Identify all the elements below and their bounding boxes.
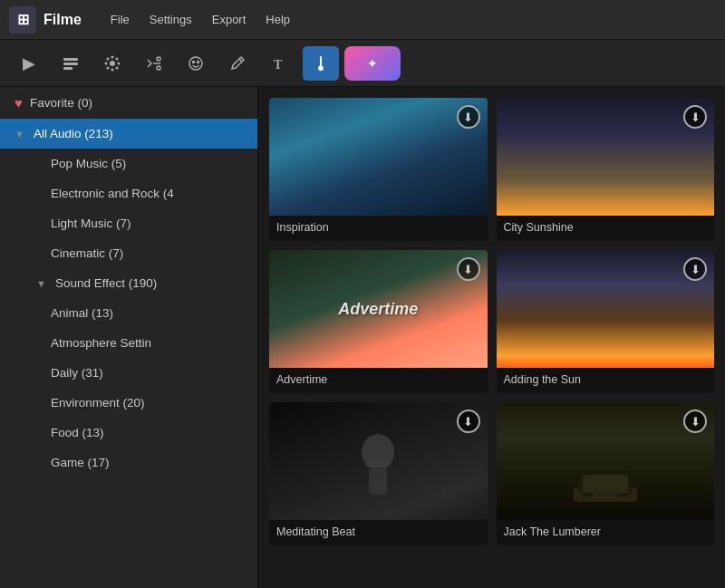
svg-point-19	[362, 434, 394, 470]
svg-rect-0	[63, 58, 78, 61]
chevron-down-icon: ▼	[14, 129, 24, 140]
media-card-inspiration[interactable]: ⬇ Inspiration	[269, 98, 488, 241]
text-tool-button[interactable]: T	[261, 46, 297, 81]
heart-icon: ♥	[14, 95, 23, 111]
thumb-inspiration: ⬇	[269, 98, 488, 216]
transitions-tool-button[interactable]	[136, 46, 172, 81]
thumb-city-sunshine: ⬇	[497, 98, 715, 216]
jack-lumberer-label: Jack The Lumberer	[497, 520, 715, 545]
svg-text:T: T	[274, 58, 283, 72]
app-name: Filme	[44, 12, 82, 28]
download-jack-lumberer-button[interactable]: ⬇	[683, 410, 707, 433]
adding-sun-label: Adding the Sun	[497, 368, 715, 393]
svg-rect-20	[369, 468, 387, 495]
svg-point-9	[116, 66, 119, 69]
download-meditating-button[interactable]: ⬇	[457, 410, 480, 433]
edit-tool-button[interactable]	[219, 46, 256, 81]
sidebar-item-atmosphere[interactable]: Atmosphere Settin	[0, 328, 257, 358]
sidebar-item-light-music[interactable]: Light Music (7)	[0, 208, 257, 238]
effects-tool-button[interactable]	[94, 46, 130, 81]
svg-rect-1	[63, 63, 78, 65]
svg-point-5	[111, 68, 114, 71]
menu-bar: File Settings Export Help	[109, 9, 292, 30]
sidebar-item-food[interactable]: Food (13)	[0, 418, 257, 448]
city-sunshine-label: City Sunshine	[497, 216, 715, 241]
sidebar-item-cinematic[interactable]: Cinematic (7)	[0, 238, 257, 268]
menu-help[interactable]: Help	[264, 9, 292, 30]
title-bar: ⊞ Filme File Settings Export Help	[0, 0, 725, 40]
svg-point-3	[110, 61, 115, 66]
sidebar-item-all-audio[interactable]: ▼ All Audio (213)	[0, 119, 257, 149]
sidebar-item-sound-effect[interactable]: ▼ Sound Effect (190)	[0, 268, 257, 298]
favorite-label: Favorite (0)	[30, 96, 92, 110]
toolbar: ▶ T ✦	[0, 40, 725, 87]
svg-point-6	[105, 62, 108, 64]
svg-point-18	[319, 66, 323, 70]
sidebar-item-daily[interactable]: Daily (31)	[0, 358, 257, 388]
video-tool-button[interactable]: ▶	[11, 46, 47, 81]
download-city-sunshine-button[interactable]: ⬇	[683, 105, 707, 129]
svg-point-10	[107, 66, 110, 69]
media-card-jack-lumberer[interactable]: ⬇ Jack The Lumberer	[497, 402, 715, 545]
media-card-city-sunshine[interactable]: ⬇ City Sunshine	[497, 98, 715, 241]
atmosphere-label: Atmosphere Settin	[51, 336, 151, 350]
audio-tool-button[interactable]	[303, 46, 339, 81]
sidebar-item-environment[interactable]: Environment (20)	[0, 388, 257, 418]
media-grid: ⬇ Inspiration ⬇ City Sunshine Advertime …	[269, 98, 714, 545]
sidebar-item-animal[interactable]: Animal (13)	[0, 298, 257, 328]
advertime-thumb-text: Advertime	[338, 300, 418, 319]
sound-effect-label: Sound Effect (190)	[55, 276, 157, 290]
thumb-meditating-beat: ⬇	[269, 402, 488, 520]
food-label: Food (13)	[51, 426, 104, 439]
menu-file[interactable]: File	[109, 9, 131, 30]
emoji-tool-button[interactable]	[178, 46, 214, 81]
sidebar-item-favorite[interactable]: ♥ Favorite (0)	[0, 87, 257, 119]
logo-icon: ⊞	[9, 6, 36, 34]
advertime-label: Advertime	[269, 368, 488, 393]
electronic-rock-label: Electronic and Rock (4	[51, 187, 174, 200]
effects-overlay-button[interactable]: ✦	[344, 46, 401, 81]
thumb-advertime: Advertime ⬇	[269, 250, 488, 368]
game-label: Game (17)	[51, 456, 110, 469]
svg-point-13	[157, 66, 160, 70]
chevron-down-icon-2: ▼	[36, 278, 46, 289]
download-adding-sun-button[interactable]: ⬇	[683, 257, 707, 281]
media-content: ⬇ Inspiration ⬇ City Sunshine Advertime …	[258, 87, 725, 588]
svg-point-7	[118, 62, 121, 64]
pop-music-label: Pop Music (5)	[51, 157, 126, 170]
thumb-adding-sun: ⬇	[497, 250, 715, 368]
svg-rect-2	[63, 67, 72, 70]
media-tool-button[interactable]	[53, 46, 89, 81]
meditating-beat-label: Meditating Beat	[269, 520, 488, 545]
svg-rect-24	[583, 475, 628, 493]
media-card-meditating-beat[interactable]: ⬇ Meditating Beat	[269, 402, 488, 545]
download-inspiration-button[interactable]: ⬇	[457, 105, 480, 129]
svg-point-4	[111, 55, 114, 58]
media-card-adding-sun[interactable]: ⬇ Adding the Sun	[497, 250, 715, 393]
sidebar: ♥ Favorite (0) ▼ All Audio (213) Pop Mus…	[0, 87, 258, 588]
inspiration-label: Inspiration	[269, 216, 488, 241]
cinematic-label: Cinematic (7)	[51, 246, 123, 260]
download-advertime-button[interactable]: ⬇	[457, 257, 480, 281]
sidebar-item-game[interactable]: Game (17)	[0, 448, 257, 477]
thumb-jack-lumberer: ⬇	[497, 402, 715, 520]
menu-export[interactable]: Export	[210, 9, 248, 30]
menu-settings[interactable]: Settings	[148, 9, 194, 30]
environment-label: Environment (20)	[51, 396, 145, 410]
svg-point-16	[198, 61, 199, 63]
sidebar-item-electronic-rock[interactable]: Electronic and Rock (4	[0, 178, 257, 208]
all-audio-label: All Audio (213)	[34, 127, 113, 140]
svg-point-14	[189, 57, 202, 70]
media-card-advertime[interactable]: Advertime ⬇ Advertime	[269, 250, 488, 393]
light-music-label: Light Music (7)	[51, 217, 131, 230]
daily-label: Daily (31)	[51, 366, 103, 380]
sidebar-item-pop-music[interactable]: Pop Music (5)	[0, 149, 257, 178]
svg-point-12	[157, 57, 160, 61]
main-area: ♥ Favorite (0) ▼ All Audio (213) Pop Mus…	[0, 87, 725, 588]
animal-label: Animal (13)	[51, 306, 113, 320]
svg-point-11	[116, 57, 119, 60]
app-logo: ⊞ Filme	[9, 6, 82, 34]
svg-point-15	[193, 61, 195, 63]
svg-point-8	[107, 57, 110, 60]
